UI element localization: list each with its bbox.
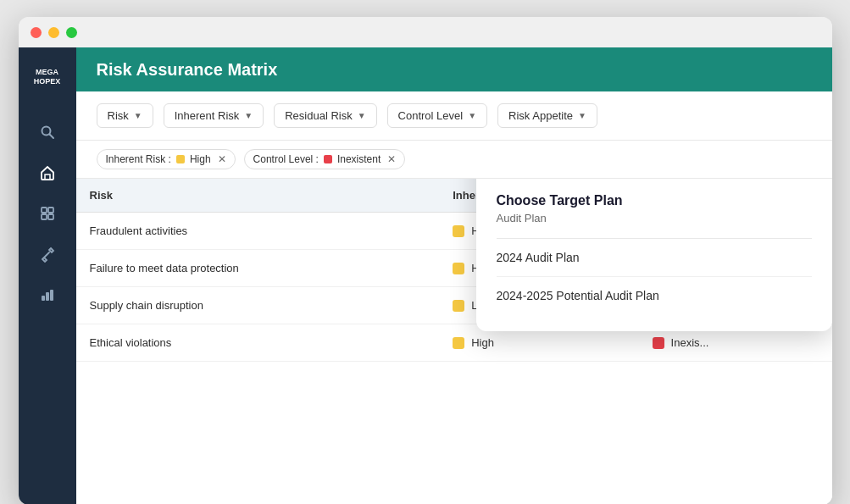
generate-audit-panel: Generate Audit Choose Target Plan Audit …	[476, 179, 832, 331]
active-filters: Inherent Risk : High ✕ Control Level : I…	[76, 141, 832, 179]
control-level-filter-dropdown[interactable]: Control Level ▼	[387, 103, 488, 128]
tag-color-indicator	[176, 155, 185, 163]
remove-filter-button[interactable]: ✕	[218, 153, 226, 165]
risk-name: Fraudulent activities	[90, 224, 188, 237]
level-color-indicator	[453, 263, 464, 274]
sidebar-search[interactable]	[29, 114, 66, 151]
app-layout: MEGA HOPEX	[19, 47, 832, 504]
control-level: Inexis...	[653, 336, 819, 349]
risk-filter-dropdown[interactable]: Risk ▼	[97, 103, 153, 128]
logo: MEGA HOPEX	[30, 59, 65, 95]
sidebar-grid[interactable]	[29, 195, 66, 232]
panel-section-title: Choose Target Plan	[497, 193, 812, 208]
sidebar-tools[interactable]	[29, 235, 66, 273]
control-level-active-tag: Control Level : Inexistent ✕	[244, 149, 406, 169]
sidebar-chart[interactable]	[29, 276, 66, 313]
inherent-risk-level: High	[453, 336, 625, 349]
table-container: Risk Inherent Risk Control level Fraudul…	[76, 179, 832, 504]
level-color-indicator	[453, 337, 464, 349]
chevron-down-icon: ▼	[468, 111, 476, 120]
residual-risk-filter-dropdown[interactable]: Residual Risk ▼	[274, 103, 376, 128]
svg-rect-6	[48, 214, 53, 219]
app-window: MEGA HOPEX	[19, 17, 832, 504]
chevron-down-icon: ▼	[358, 111, 366, 120]
svg-rect-7	[42, 296, 45, 301]
svg-rect-8	[46, 292, 49, 301]
svg-line-1	[49, 135, 53, 139]
chevron-down-icon: ▼	[134, 111, 142, 120]
inherent-risk-filter-dropdown[interactable]: Inherent Risk ▼	[164, 103, 264, 128]
page-header: Risk Assurance Matrix	[76, 47, 832, 91]
minimize-button[interactable]	[48, 27, 59, 38]
svg-rect-3	[42, 208, 47, 213]
level-color-indicator	[653, 337, 664, 349]
svg-rect-5	[42, 214, 47, 219]
risk-name: Failure to meet data protection	[90, 262, 239, 274]
level-color-indicator	[453, 225, 464, 237]
audit-plan-option-1[interactable]: 2024 Audit Plan	[497, 239, 812, 277]
risk-name: Ethical violations	[90, 336, 172, 349]
filter-toolbar: Risk ▼ Inherent Risk ▼ Residual Risk ▼ C…	[76, 91, 832, 141]
level-color-indicator	[453, 300, 464, 312]
titlebar	[19, 17, 832, 47]
chevron-down-icon: ▼	[244, 111, 253, 120]
col-risk: Risk	[76, 179, 440, 213]
risk-appetite-filter-dropdown[interactable]: Risk Appetite ▼	[497, 103, 597, 128]
risk-name: Supply chain disruption	[90, 299, 203, 312]
main-content: Risk Assurance Matrix Risk ▼ Inherent Ri…	[76, 47, 832, 504]
page-title: Risk Assurance Matrix	[97, 60, 278, 80]
inherent-risk-active-tag: Inherent Risk : High ✕	[97, 149, 236, 169]
sidebar: MEGA HOPEX	[19, 47, 76, 504]
svg-rect-9	[50, 290, 53, 301]
sidebar-home[interactable]	[29, 154, 66, 191]
close-button[interactable]	[31, 27, 42, 38]
svg-rect-4	[48, 208, 53, 213]
chevron-down-icon: ▼	[578, 111, 586, 120]
remove-filter-button[interactable]: ✕	[387, 153, 396, 165]
audit-plan-option-2[interactable]: 2024-2025 Potential Audit Plan	[497, 277, 812, 314]
tag-color-indicator	[324, 155, 332, 163]
panel-body: Choose Target Plan Audit Plan 2024 Audit…	[476, 179, 832, 331]
maximize-button[interactable]	[66, 27, 77, 38]
panel-section-subtitle: Audit Plan	[497, 212, 812, 239]
